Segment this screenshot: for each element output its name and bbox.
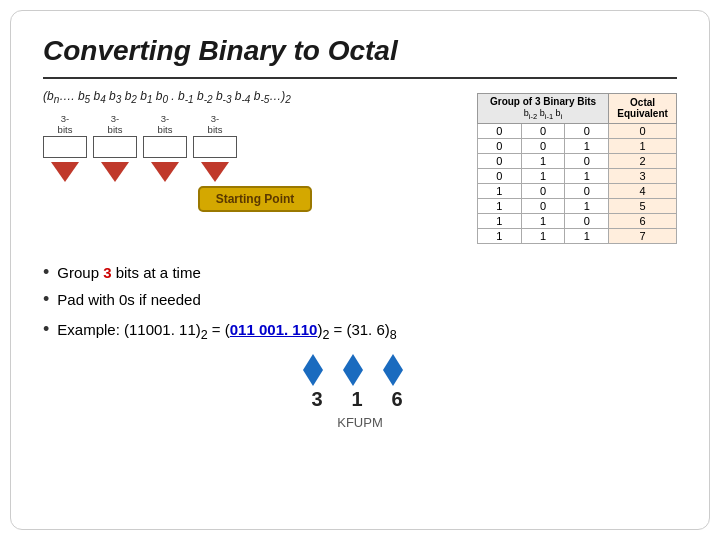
bullet-1-text: Group 3 bits at a time (57, 260, 200, 286)
bullet-3-dot: • (43, 320, 49, 338)
bit-group-1-box (43, 136, 87, 158)
bit-group-4-label: 3-bits (208, 113, 223, 135)
bullet-2-dot: • (43, 290, 49, 308)
arrow-4 (193, 162, 237, 182)
arrow-up-3-icon (383, 354, 403, 370)
table-row: 0000 (478, 123, 677, 138)
arrow-1 (43, 162, 87, 182)
arrow-2 (93, 162, 137, 182)
bit-group-2-box (93, 136, 137, 158)
bit-groups-row: 3-bits 3-bits 3-bits 3-bits (43, 113, 467, 158)
table-row: 0102 (478, 153, 677, 168)
arrows-row (43, 162, 467, 182)
left-diagram: (bn…. b5 b4 b3 b2 b1 b0 . b-1 b-2 b-3 b-… (43, 89, 467, 244)
arrow-up-2-icon (343, 354, 363, 370)
example-nums: 3 1 6 (307, 388, 677, 411)
table-row: 1015 (478, 198, 677, 213)
starting-point-box: Starting Point (198, 186, 313, 212)
slide: Converting Binary to Octal (bn…. b5 b4 b… (10, 10, 710, 530)
title-divider (43, 77, 677, 79)
highlight-example: 011 001. 110 (230, 321, 318, 338)
bullet-2-text: Pad with 0s if needed (57, 287, 200, 313)
table-row: 0113 (478, 168, 677, 183)
bit-group-4-box (193, 136, 237, 158)
bit-group-4: 3-bits (193, 113, 237, 158)
bit-group-2: 3-bits (93, 113, 137, 158)
bit-group-1: 3-bits (43, 113, 87, 158)
example-arrow-2 (343, 354, 363, 386)
bit-group-2-label: 3-bits (108, 113, 123, 135)
arrow-3 (143, 162, 187, 182)
slide-title: Converting Binary to Octal (43, 35, 677, 67)
bit-group-3-box (143, 136, 187, 158)
example-num-3: 6 (387, 388, 407, 411)
example-arrow-1 (303, 354, 323, 386)
bullet-3-text: Example: (11001. 11)2 = (011 001. 110)2 … (57, 317, 396, 346)
example-num-1: 3 (307, 388, 327, 411)
bit-group-3: 3-bits (143, 113, 187, 158)
highlight-3: 3 (103, 264, 111, 281)
arrow-up-1-icon (303, 354, 323, 370)
right-table-container: Group of 3 Binary Bitsbi-2 bi-1 bi Octal… (477, 89, 677, 244)
arrow-down-1-icon (303, 370, 323, 386)
table-row: 1106 (478, 213, 677, 228)
arrow-down-3-icon (383, 370, 403, 386)
red-arrow-1-icon (51, 162, 79, 182)
bit-group-3-label: 3-bits (158, 113, 173, 135)
bullets-section: • Group 3 bits at a time • Pad with 0s i… (43, 260, 677, 348)
table-header-binary: Group of 3 Binary Bitsbi-2 bi-1 bi (478, 94, 609, 124)
bit-group-1-label: 3-bits (58, 113, 73, 135)
table-row: 0011 (478, 138, 677, 153)
example-arrow-3 (383, 354, 403, 386)
arrow-down-2-icon (343, 370, 363, 386)
bullet-1: • Group 3 bits at a time (43, 260, 677, 286)
bullet-2: • Pad with 0s if needed (43, 287, 677, 313)
octal-table: Group of 3 Binary Bitsbi-2 bi-1 bi Octal… (477, 93, 677, 244)
table-row: 1117 (478, 228, 677, 243)
red-arrow-2-icon (101, 162, 129, 182)
table-row: 1004 (478, 183, 677, 198)
example-arrows (303, 354, 677, 386)
example-num-2: 1 (347, 388, 367, 411)
footer: KFUPM (43, 415, 677, 430)
binary-formula: (bn…. b5 b4 b3 b2 b1 b0 . b-1 b-2 b-3 b-… (43, 89, 467, 105)
diagram-section: (bn…. b5 b4 b3 b2 b1 b0 . b-1 b-2 b-3 b-… (43, 89, 677, 244)
bullet-1-dot: • (43, 263, 49, 281)
red-arrow-3-icon (151, 162, 179, 182)
bullet-3: • Example: (11001. 11)2 = (011 001. 110)… (43, 315, 677, 346)
table-header-octal: OctalEquivalent (609, 94, 677, 124)
red-arrow-4-icon (201, 162, 229, 182)
